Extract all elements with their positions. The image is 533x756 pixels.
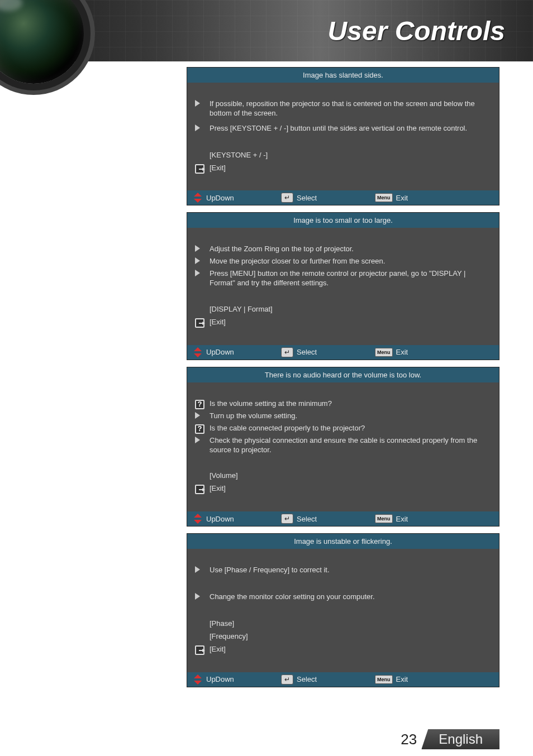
question-icon: ? [195, 424, 204, 434]
arrow-icon [195, 257, 200, 264]
arrow-icon [195, 437, 200, 443]
bracket-row: [Exit] [195, 318, 489, 331]
step-row: Turn up the volume setting. [195, 412, 489, 422]
key-updown-group: UpDown [193, 347, 277, 357]
help-panel: Image is unstable or flickering. Use [Ph… [187, 533, 499, 687]
bracket-block: [Volume] [Exit] [195, 471, 489, 497]
bracket-row: [Exit] [195, 645, 489, 658]
key-updown-label: UpDown [206, 675, 234, 683]
enter-icon: ↵ [281, 674, 293, 685]
step-text: Press [KEYSTONE + / -] button until the … [210, 124, 489, 133]
bracket-text: [Exit] [210, 318, 489, 327]
step-text: Check the physical connection and ensure… [210, 436, 489, 455]
bracket-block: [KEYSTONE + / -] [Exit] [195, 151, 489, 176]
bracket-icon-col [195, 471, 210, 472]
bracket-icon-col [195, 164, 210, 176]
arrow-icon [195, 100, 200, 107]
bracket-icon-col [195, 484, 210, 497]
key-select-label: Select [297, 348, 317, 356]
step-icon-col [195, 436, 210, 446]
key-select-label: Select [297, 194, 317, 202]
key-bar: UpDown ↵ Select Menu Exit [187, 345, 499, 360]
panel-body: Use [Phase / Frequency] to correct it. C… [187, 549, 499, 672]
step-row: Use [Phase / Frequency] to correct it. [195, 566, 489, 576]
key-exit-group: Menu Exit [375, 348, 493, 357]
step-icon-col [195, 124, 210, 134]
key-updown-group: UpDown [193, 674, 277, 685]
step-icon-col [195, 269, 210, 279]
key-select-group: ↵ Select [281, 347, 370, 357]
panel-title: Image is too small or too large. [187, 213, 499, 228]
panel-body: ? Is the volume setting at the minimum? … [187, 382, 499, 511]
panel-body: If possible, reposition the projector so… [187, 83, 499, 190]
key-select-group: ↵ Select [281, 193, 370, 203]
step-icon-col [195, 412, 210, 422]
key-exit-group: Menu Exit [375, 514, 493, 523]
enter-icon: ↵ [281, 347, 293, 357]
step-row: Change the monitor color setting on your… [195, 592, 489, 602]
bracket-icon-col [195, 632, 210, 633]
key-exit-label: Exit [396, 348, 408, 356]
bracket-row: [Volume] [195, 471, 489, 481]
updown-icon [193, 347, 203, 357]
step-icon-col [195, 99, 210, 109]
bracket-text: [Frequency] [210, 632, 489, 642]
bracket-text: [KEYSTONE + / -] [210, 151, 489, 160]
language-tab: English [421, 729, 499, 749]
key-bar: UpDown ↵ Select Menu Exit [187, 190, 499, 205]
key-updown-group: UpDown [193, 514, 277, 524]
question-icon: ? [195, 400, 204, 409]
key-select-group: ↵ Select [281, 674, 370, 685]
bracket-icon-col [195, 151, 210, 151]
enter-icon: ↵ [281, 514, 293, 524]
arrow-icon [195, 245, 200, 252]
exit-icon [195, 318, 204, 328]
footer: 23 English [401, 729, 499, 749]
step-text: Is the volume setting at the minimum? [210, 399, 489, 409]
arrow-icon [195, 125, 200, 131]
key-updown-group: UpDown [193, 193, 277, 203]
bracket-text: [Exit] [210, 164, 489, 173]
arrow-icon [195, 566, 200, 573]
key-select-group: ↵ Select [281, 514, 370, 524]
step-icon-col: ? [195, 399, 210, 409]
arrow-icon [195, 412, 200, 419]
menu-icon: Menu [375, 193, 393, 202]
page-number: 23 [401, 731, 421, 748]
bracket-row: [KEYSTONE + / -] [195, 151, 489, 160]
arrow-icon [195, 270, 200, 276]
step-row: Adjust the Zoom Ring on the top of proje… [195, 245, 489, 255]
exit-icon [195, 485, 204, 494]
menu-icon: Menu [375, 675, 393, 684]
bracket-row: [Phase] [195, 619, 489, 629]
exit-icon [195, 645, 204, 655]
step-row: ? Is the cable connected properly to the… [195, 424, 489, 434]
step-text: If possible, reposition the projector so… [210, 99, 489, 118]
key-exit-label: Exit [396, 194, 408, 202]
step-row: Press [KEYSTONE + / -] button until the … [195, 124, 489, 134]
bracket-row: [Exit] [195, 164, 489, 176]
bracket-row: [Exit] [195, 484, 489, 497]
bracket-row: [DISPLAY | Format] [195, 305, 489, 314]
step-row: If possible, reposition the projector so… [195, 99, 489, 118]
step-icon-col [195, 245, 210, 255]
key-bar: UpDown ↵ Select Menu Exit [187, 511, 499, 526]
page-title: User Controls [328, 16, 505, 46]
help-panel: There is no audio heard or the volume is… [187, 367, 499, 527]
arrow-icon [195, 593, 200, 600]
key-exit-label: Exit [396, 515, 408, 523]
header-band: User Controls [0, 0, 533, 61]
key-exit-label: Exit [396, 675, 408, 683]
menu-icon: Menu [375, 348, 393, 357]
exit-icon [195, 164, 204, 174]
key-select-label: Select [297, 675, 317, 683]
key-updown-label: UpDown [206, 348, 234, 356]
updown-icon [193, 674, 203, 685]
panel-body: Adjust the Zoom Ring on the top of proje… [187, 228, 499, 344]
key-exit-group: Menu Exit [375, 193, 493, 202]
key-select-label: Select [297, 515, 317, 523]
bracket-icon-col [195, 619, 210, 620]
key-updown-label: UpDown [206, 194, 234, 202]
bracket-icon-col [195, 318, 210, 331]
key-updown-label: UpDown [206, 515, 234, 523]
